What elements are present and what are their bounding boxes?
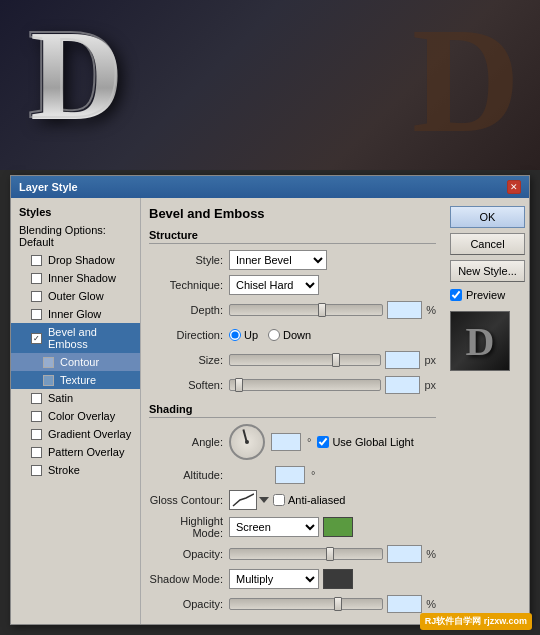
style-select[interactable]: Inner Bevel Outer Bevel Emboss Pillow Em…: [229, 250, 327, 270]
texture-checkbox[interactable]: [43, 375, 54, 386]
shadow-opacity-input[interactable]: 75: [387, 595, 422, 613]
preview-toggle[interactable]: Preview: [450, 289, 523, 301]
size-label: Size:: [149, 354, 229, 366]
panel-item-texture[interactable]: Texture: [11, 371, 140, 389]
angle-label: Angle:: [149, 436, 229, 448]
shadow-opacity-slider[interactable]: [229, 598, 383, 610]
right-buttons-panel: OK Cancel New Style... Preview D: [444, 198, 529, 624]
altitude-input[interactable]: 32: [275, 466, 305, 484]
outer-glow-checkbox[interactable]: [31, 291, 42, 302]
dialog-title: Layer Style: [19, 181, 78, 193]
panel-item-outer-glow[interactable]: Outer Glow: [11, 287, 140, 305]
angle-input[interactable]: 75: [271, 433, 301, 451]
use-global-light-label[interactable]: Use Global Light: [317, 436, 413, 448]
panel-item-stroke[interactable]: Stroke: [11, 461, 140, 479]
highlight-opacity-slider[interactable]: [229, 548, 383, 560]
drop-shadow-checkbox[interactable]: [31, 255, 42, 266]
new-style-button[interactable]: New Style...: [450, 260, 525, 282]
shadow-mode-select[interactable]: Multiply Normal Screen: [229, 569, 319, 589]
shadow-color-swatch[interactable]: [323, 569, 353, 589]
color-overlay-checkbox[interactable]: [31, 411, 42, 422]
panel-item-satin[interactable]: Satin: [11, 389, 140, 407]
direction-up-option[interactable]: Up: [229, 329, 258, 341]
shadow-opacity-thumb[interactable]: [334, 597, 342, 611]
depth-label: Depth:: [149, 304, 229, 316]
highlight-opacity-unit: %: [426, 548, 436, 560]
shadow-opacity-unit: %: [426, 598, 436, 610]
panel-item-gradient-overlay[interactable]: Gradient Overlay: [11, 425, 140, 443]
shadow-mode-row: Shadow Mode: Multiply Normal Screen: [149, 569, 436, 589]
cancel-button[interactable]: Cancel: [450, 233, 525, 255]
bevel-emboss-checkbox[interactable]: [31, 333, 42, 344]
angle-row: Angle: 75 ° Use Global Light: [149, 424, 436, 460]
satin-checkbox[interactable]: [31, 393, 42, 404]
panel-item-inner-glow[interactable]: Inner Glow: [11, 305, 140, 323]
contour-curve-svg: [232, 492, 254, 508]
soften-unit: px: [424, 379, 436, 391]
section-title: Bevel and Emboss: [149, 206, 436, 221]
shading-section: Shading Angle: 75 ° Use Global Light: [149, 403, 436, 614]
highlight-opacity-input[interactable]: 70: [387, 545, 422, 563]
highlight-mode-label: Highlight Mode:: [149, 515, 229, 539]
highlight-opacity-control: 70 %: [229, 545, 436, 563]
inner-shadow-checkbox[interactable]: [31, 273, 42, 284]
highlight-opacity-thumb[interactable]: [326, 547, 334, 561]
soften-control: 0 px: [229, 376, 436, 394]
anti-aliased-label[interactable]: Anti-aliased: [273, 494, 345, 506]
style-label: Style:: [149, 254, 229, 266]
blending-options-item[interactable]: Blending Options: Default: [11, 221, 140, 251]
direction-label: Direction:: [149, 329, 229, 341]
technique-select[interactable]: Chisel Hard Smooth Chisel Soft: [229, 275, 319, 295]
close-button[interactable]: ✕: [507, 180, 521, 194]
soften-input[interactable]: 0: [385, 376, 420, 394]
contour-checkbox[interactable]: [43, 357, 54, 368]
main-content-panel: Bevel and Emboss Structure Style: Inner …: [141, 198, 444, 624]
size-slider[interactable]: [229, 354, 381, 366]
depth-slider[interactable]: [229, 304, 383, 316]
highlight-color-swatch[interactable]: [323, 517, 353, 537]
preview-checkbox[interactable]: [450, 289, 462, 301]
use-global-light-checkbox[interactable]: [317, 436, 329, 448]
size-input[interactable]: 92: [385, 351, 420, 369]
inner-glow-checkbox[interactable]: [31, 309, 42, 320]
depth-slider-thumb[interactable]: [318, 303, 326, 317]
pattern-overlay-checkbox[interactable]: [31, 447, 42, 458]
ok-button[interactable]: OK: [450, 206, 525, 228]
depth-input[interactable]: 297: [387, 301, 422, 319]
panel-item-inner-shadow[interactable]: Inner Shadow: [11, 269, 140, 287]
panel-item-color-overlay[interactable]: Color Overlay: [11, 407, 140, 425]
direction-up-radio[interactable]: [229, 329, 241, 341]
technique-row: Technique: Chisel Hard Smooth Chisel Sof…: [149, 275, 436, 295]
altitude-row: Altitude: 32 °: [149, 465, 436, 485]
shadow-mode-control: Multiply Normal Screen: [229, 569, 436, 589]
anti-aliased-checkbox[interactable]: [273, 494, 285, 506]
soften-slider-thumb[interactable]: [235, 378, 243, 392]
dialog-titlebar: Layer Style ✕: [11, 176, 529, 198]
size-row: Size: 92 px: [149, 350, 436, 370]
left-panel: Styles Blending Options: Default Drop Sh…: [11, 198, 141, 624]
angle-widget[interactable]: [229, 424, 265, 460]
panel-item-pattern-overlay[interactable]: Pattern Overlay: [11, 443, 140, 461]
thumbnail-letter: D: [466, 318, 495, 365]
contour-thumbnail[interactable]: [229, 490, 257, 510]
contour-dropdown-arrow[interactable]: [259, 497, 269, 503]
canvas-preview: D D D: [0, 0, 540, 170]
contour-preview-box[interactable]: [229, 490, 269, 510]
direction-down-option[interactable]: Down: [268, 329, 311, 341]
preview-label: Preview: [466, 289, 505, 301]
size-slider-thumb[interactable]: [332, 353, 340, 367]
gradient-overlay-checkbox[interactable]: [31, 429, 42, 440]
soften-row: Soften: 0 px: [149, 375, 436, 395]
shading-title: Shading: [149, 403, 436, 418]
soften-slider[interactable]: [229, 379, 381, 391]
stroke-checkbox[interactable]: [31, 465, 42, 476]
highlight-mode-select[interactable]: Screen Normal Multiply: [229, 517, 319, 537]
panel-item-bevel-emboss[interactable]: Bevel and Emboss: [11, 323, 140, 353]
soften-label: Soften:: [149, 379, 229, 391]
main-letter-outline: D: [28, 8, 122, 138]
highlight-opacity-label: Opacity:: [149, 548, 229, 560]
panel-item-drop-shadow[interactable]: Drop Shadow: [11, 251, 140, 269]
panel-item-contour[interactable]: Contour: [11, 353, 140, 371]
structure-title: Structure: [149, 229, 436, 244]
direction-down-radio[interactable]: [268, 329, 280, 341]
